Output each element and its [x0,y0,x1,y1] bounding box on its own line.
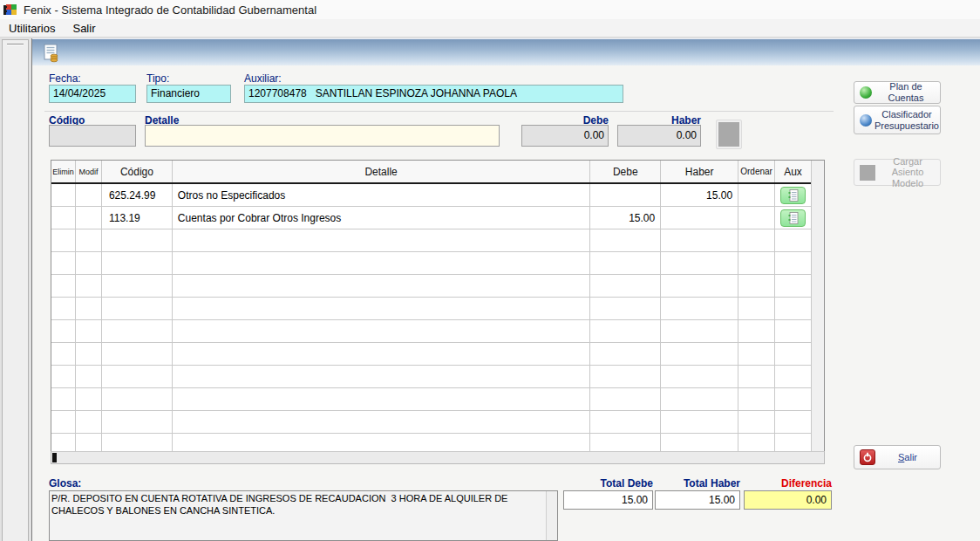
detalle-input[interactable] [145,125,500,147]
cell-aux [775,252,811,274]
cell-ordenar[interactable] [738,184,775,206]
cell-detalle [173,320,590,342]
haber-input[interactable]: 0.00 [617,125,701,147]
debe-input[interactable]: 0.00 [521,125,609,147]
cell-elimin [51,434,76,451]
cell-debe [590,298,661,319]
app-window-icon [3,3,17,17]
clasificador-presupuestario-button[interactable]: Clasificador Presupuestario [854,106,941,134]
cell-elimin[interactable] [51,184,76,206]
table-row-empty[interactable] [51,252,824,275]
cell-detalle [173,229,590,251]
blue-sphere-icon [860,114,872,127]
collapsed-side-panel[interactable] [2,39,29,541]
plan-de-cuentas-button[interactable]: Plan de Cuentas [854,81,941,104]
asiento-form-window: Fecha: 14/04/2025 Tipo: Financiero Auxil… [31,38,980,541]
grid-vertical-scrollbar[interactable] [811,161,824,451]
glosa-scrollbar[interactable] [546,491,557,540]
aux-document-button[interactable] [780,209,806,227]
cell-elimin [51,275,76,297]
separator-line [44,111,834,112]
document-coins-icon[interactable] [40,42,63,65]
cell-codigo [102,229,173,251]
col-header-ordenar: Ordenar [738,161,775,182]
table-row-empty[interactable] [51,366,824,388]
cell-detalle [173,434,590,451]
cell-modif [76,434,102,451]
total-haber-field: 15.00 [655,490,740,510]
cell-aux [775,343,811,365]
scrollbar-thumb[interactable] [52,453,57,462]
cell-haber: 15.00 [661,184,738,206]
mdi-area: Fecha: 14/04/2025 Tipo: Financiero Auxil… [0,38,980,541]
codigo-input[interactable] [49,125,136,147]
cell-haber [661,388,738,410]
cell-modif [76,388,102,410]
cell-debe [590,184,661,206]
menu-salir[interactable]: Salir [64,20,104,37]
table-row-empty[interactable] [51,411,824,434]
table-row-empty[interactable] [51,298,824,320]
cell-codigo: 113.19 [102,207,173,229]
salir-label: Salir [875,452,940,463]
cell-detalle [173,411,590,433]
cell-codigo [102,434,173,451]
cell-elimin [51,366,76,387]
table-row[interactable]: 625.24.99 Otros no Especificados 15.00 [51,184,824,207]
panel-grip-handle[interactable] [7,44,24,45]
cell-ordenar[interactable] [738,207,775,229]
tipo-label: Tipo: [146,72,169,85]
cell-aux [775,298,811,319]
cell-modif [76,275,102,297]
application-window: Fenix - Sistema Integrado de Contabilida… [0,0,980,541]
cell-detalle [173,298,590,319]
aux-document-button[interactable] [780,187,806,204]
tipo-field[interactable]: Financiero [146,85,231,103]
cell-haber [661,207,738,229]
cell-ordenar [738,366,775,387]
cell-aux [775,434,811,451]
cell-ordenar [738,298,775,319]
table-row-empty[interactable] [51,275,824,298]
cell-elimin[interactable] [51,207,76,229]
menu-bar: Utilitarios Salir [0,19,980,38]
table-row-empty[interactable] [51,434,824,451]
table-row-empty[interactable] [51,388,824,411]
menu-utilitarios[interactable]: Utilitarios [0,20,64,37]
cell-ordenar [738,320,775,342]
add-entry-button-disabled[interactable] [716,120,742,149]
grid-header-row: Elimin Modif Código Detalle Debe Haber O… [51,161,824,184]
table-row-empty[interactable] [51,343,824,366]
cell-modif[interactable] [76,207,102,229]
cell-elimin [51,343,76,365]
cell-modif [76,343,102,365]
cargar-asiento-modelo-button[interactable]: Cargar Asiento Modelo [854,159,941,186]
cell-detalle [173,252,590,274]
table-row[interactable]: 113.19 Cuentas por Cobrar Otros Ingresos… [51,207,824,229]
fecha-field[interactable]: 14/04/2025 [49,85,136,103]
auxiliar-field[interactable]: 1207708478 SANTILLAN ESPINOZA JOHANNA PA… [244,85,623,103]
glosa-textarea[interactable]: P/R. DEPOSITO EN CUENTA ROTATIVA DE INGR… [49,490,558,541]
plan-de-cuentas-label: Plan de Cuentas [872,81,940,103]
cell-ordenar [738,343,775,365]
cell-elimin [51,388,76,410]
cell-debe: 15.00 [590,207,661,229]
cell-ordenar [738,411,775,433]
salir-button[interactable]: Salir [854,445,941,469]
grid-horizontal-scrollbar[interactable] [51,451,825,464]
gray-square-icon [860,165,875,181]
power-icon [860,449,875,465]
cell-codigo: 625.24.99 [102,184,173,206]
cell-haber [661,434,738,451]
cell-elimin [51,229,76,251]
cell-aux [775,275,811,297]
cell-debe [590,434,661,451]
table-row-empty[interactable] [51,229,824,252]
gray-square-icon [718,122,739,147]
cell-modif[interactable] [76,184,102,206]
window-title: Fenix - Sistema Integrado de Contabilida… [24,3,316,17]
cell-haber [661,252,738,274]
table-row-empty[interactable] [51,320,824,343]
cell-codigo [102,252,173,274]
cell-ordenar [738,252,775,274]
